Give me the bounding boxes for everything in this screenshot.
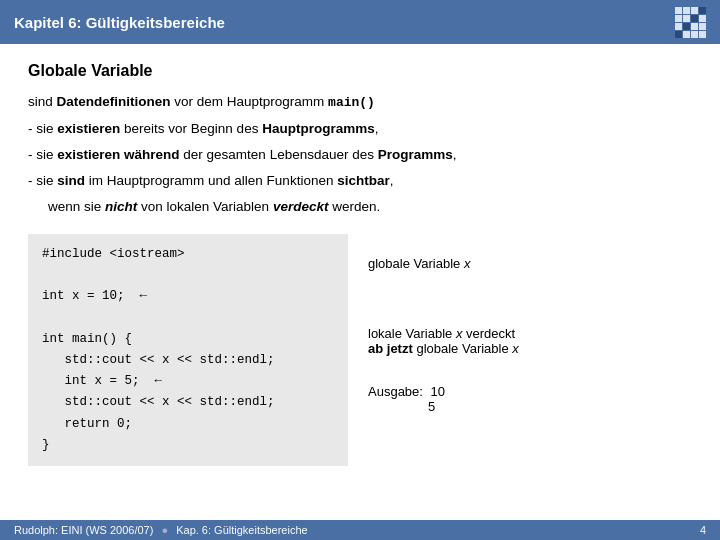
- ausgabe-val2: 5: [428, 399, 435, 414]
- ann2-gv: globale Variable: [413, 341, 513, 356]
- code-line-7: int x = 5; ←: [42, 371, 334, 392]
- ann1-text: globale Variable: [368, 256, 464, 271]
- code-block: #include <iostream> int x = 10; ← int ma…: [28, 234, 348, 467]
- p4-comma: ,: [390, 173, 394, 188]
- code-line-8: std::cout << x << std::endl;: [42, 392, 334, 413]
- code-line-3: int x = 10; ←: [42, 286, 334, 307]
- paragraph-1: sind Datendefinitionen vor dem Hauptprog…: [28, 92, 692, 113]
- footer-page: 4: [700, 524, 706, 536]
- paragraph-3: - sie existieren während der gesamten Le…: [28, 145, 692, 165]
- p1-text2: vor dem Hauptprogramm: [171, 94, 329, 109]
- footer-topic: Kap. 6: Gültigkeitsbereiche: [176, 524, 307, 536]
- slide-content: Globale Variable sind Datendefinitionen …: [0, 44, 720, 476]
- p1-mono: main(): [328, 95, 375, 110]
- p2-end: ,: [375, 121, 379, 136]
- p4b-text1: wenn sie: [48, 199, 105, 214]
- annotation-2: lokale Variable x verdeckt ab jetzt glob…: [368, 326, 519, 356]
- section-title: Globale Variable: [28, 62, 692, 80]
- p3-text1: der gesamten Lebensdauer des: [180, 147, 378, 162]
- ausgabe-block: Ausgabe: 10 5: [368, 384, 519, 414]
- ann2-bold: ab jetzt: [368, 341, 413, 356]
- ann2-line1: lokale Variable x verdeckt: [368, 326, 519, 341]
- p3-bold1: existieren während: [57, 147, 179, 162]
- annotation-1: globale Variable x: [368, 256, 519, 271]
- p4b-italic: nicht: [105, 199, 137, 214]
- code-line-2: [42, 265, 334, 286]
- code-line-4: [42, 307, 334, 328]
- p4-bold: sind: [57, 173, 85, 188]
- p3-bold2: Programms: [378, 147, 453, 162]
- paragraph-2: - sie existieren bereits vor Beginn des …: [28, 119, 692, 139]
- slide-footer: Rudolph: EINI (WS 2006/07) ● Kap. 6: Gül…: [0, 520, 720, 540]
- p4b-end: werden.: [328, 199, 380, 214]
- paragraph-4b: wenn sie nicht von lokalen Variablen ver…: [48, 197, 692, 217]
- footer-left: Rudolph: EINI (WS 2006/07) ● Kap. 6: Gül…: [14, 524, 308, 536]
- footer-author: Rudolph: EINI (WS 2006/07): [14, 524, 153, 536]
- ann2-verdeckt: verdeckt: [462, 326, 515, 341]
- code-line-10: }: [42, 435, 334, 456]
- p4-prefix: - sie: [28, 173, 57, 188]
- p4b-text2: von lokalen Variablen: [137, 199, 273, 214]
- code-line-9: return 0;: [42, 414, 334, 435]
- footer-dot: ●: [161, 524, 168, 536]
- ausgabe-val2-row: 5: [428, 399, 519, 414]
- ausgabe-row: Ausgabe: 10: [368, 384, 519, 399]
- slide-header: Kapitel 6: Gültigkeitsbereiche: [0, 0, 720, 44]
- code-line-5: int main() {: [42, 329, 334, 350]
- p3-end: ,: [453, 147, 457, 162]
- p2-bold2: Hauptprogramms: [262, 121, 375, 136]
- p2-bold1: existieren: [57, 121, 120, 136]
- p4-bold2: sichtbar: [337, 173, 390, 188]
- p2-text1: bereits vor Beginn des: [120, 121, 262, 136]
- ausgabe-val1: 10: [431, 384, 445, 399]
- code-area: #include <iostream> int x = 10; ← int ma…: [28, 234, 692, 467]
- p2-prefix: - sie: [28, 121, 57, 136]
- ann1-mono: x: [464, 256, 471, 271]
- p1-text1: sind: [28, 94, 57, 109]
- ausgabe-label: Ausgabe:: [368, 384, 423, 399]
- p4-text: im Hauptprogramm und allen Funktionen: [85, 173, 337, 188]
- header-title: Kapitel 6: Gültigkeitsbereiche: [14, 14, 225, 31]
- paragraph-4: - sie sind im Hauptprogramm und allen Fu…: [28, 171, 692, 191]
- logo: [666, 8, 706, 36]
- ann2-text1: lokale Variable: [368, 326, 456, 341]
- annotations: globale Variable x lokale Variable x ver…: [368, 234, 519, 414]
- code-line-6: std::cout << x << std::endl;: [42, 350, 334, 371]
- ann2-line2: ab jetzt globale Variable x: [368, 341, 519, 356]
- p3-prefix: - sie: [28, 147, 57, 162]
- p4b-bold: verdeckt: [273, 199, 329, 214]
- p1-bold1: Datendefinitionen: [57, 94, 171, 109]
- ann2-mono2: x: [512, 341, 519, 356]
- code-line-1: #include <iostream>: [42, 244, 334, 265]
